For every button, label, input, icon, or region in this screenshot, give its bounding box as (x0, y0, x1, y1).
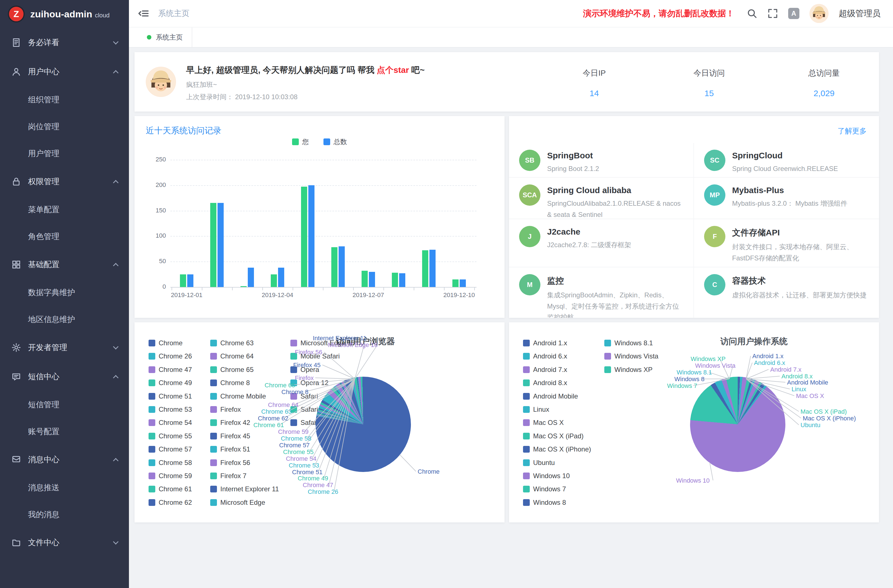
tech-item-springcloud[interactable]: SCSpringCloudSpring Cloud Greenwich.RELE… (694, 143, 879, 178)
legend-swatch (149, 379, 155, 386)
legend-item-chrome-51[interactable]: Chrome 51 (149, 393, 192, 400)
pie-label-mac-os-x-iphone: Mac OS X (iPhone) (803, 415, 856, 422)
legend-item-chrome-26[interactable]: Chrome 26 (149, 352, 192, 360)
app-logo[interactable]: Z zuihou-admin cloud (0, 0, 129, 28)
legend-swatch (210, 419, 217, 426)
legend-item-windows-vista[interactable]: Windows Vista (604, 352, 658, 360)
legend-item-android-8-x[interactable]: Android 8.x (523, 379, 567, 387)
sidebar-group-短信中心[interactable]: 短信中心 (0, 362, 129, 391)
legend-item-chrome-57[interactable]: Chrome 57 (149, 445, 192, 453)
sidebar-item-岗位管理[interactable]: 岗位管理 (0, 113, 129, 140)
search-icon[interactable] (747, 8, 757, 19)
user-avatar[interactable] (809, 4, 828, 23)
tech-grid: SBSpringBootSpring Boot 2.1.2SCSpringClo… (509, 143, 879, 318)
legend-item-chrome-64[interactable]: Chrome 64 (210, 352, 254, 360)
tech-item-j2cache[interactable]: JJ2cacheJ2cache2.7.8: 二级缓存框架 (509, 219, 694, 268)
legend-item-chrome-65[interactable]: Chrome 65 (210, 366, 254, 374)
collapse-menu-icon[interactable] (138, 8, 149, 19)
legend-item-firefox[interactable]: Firefox (210, 406, 241, 414)
legend-item-windows-8[interactable]: Windows 8 (523, 499, 566, 507)
sidebar-item-账号配置[interactable]: 账号配置 (0, 418, 129, 445)
legend-label: Android 7.x (533, 366, 567, 374)
legend-item-mac-os-x-ipad[interactable]: Mac OS X (iPad) (523, 432, 583, 440)
legend-item-mac-os-x[interactable]: Mac OS X (523, 419, 564, 427)
legend-item-microsoft-edge[interactable]: Microsoft Edge (210, 499, 265, 507)
legend-item-chrome-mobile[interactable]: Chrome Mobile (210, 393, 266, 400)
sms-icon (11, 371, 21, 382)
greeting-card: 早上好, 超级管理员, 今天帮别人解决问题了吗 帮我 点个star 吧~ 疯狂加… (135, 52, 879, 111)
learn-more-link[interactable]: 了解更多 (837, 126, 867, 136)
pie-label-chrome-8: Chrome 8 (281, 388, 308, 396)
legend-item-internet-explorer-11[interactable]: Internet Explorer 11 (210, 485, 279, 493)
legend-item-windows-8-1[interactable]: Windows 8.1 (604, 339, 653, 347)
legend-item-chrome-8[interactable]: Chrome 8 (210, 379, 250, 387)
legend-item-ubuntu[interactable]: Ubuntu (523, 459, 555, 467)
sidebar-group-基础配置[interactable]: 基础配置 (0, 250, 129, 279)
bar-2019-12-07-您 (362, 271, 368, 287)
breadcrumb[interactable]: 系统主页 (158, 8, 189, 19)
legend-item-firefox-56[interactable]: Firefox 56 (210, 459, 250, 467)
bar-2019-12-05-您 (301, 186, 307, 287)
sidebar-group-权限管理[interactable]: 权限管理 (0, 167, 129, 196)
tech-title: 文件存储API (732, 227, 869, 239)
sidebar-item-菜单配置[interactable]: 菜单配置 (0, 196, 129, 223)
legend-item-firefox-45[interactable]: Firefox 45 (210, 432, 250, 440)
legend-item-chrome-58[interactable]: Chrome 58 (149, 459, 192, 467)
sidebar-group-开发者管理[interactable]: 开发者管理 (0, 333, 129, 362)
legend-item-firefox-51[interactable]: Firefox 51 (210, 445, 250, 453)
legend-item-chrome-61[interactable]: Chrome 61 (149, 485, 192, 493)
legend-item-chrome-47[interactable]: Chrome 47 (149, 366, 192, 374)
legend-item-chrome-53[interactable]: Chrome 53 (149, 406, 192, 414)
legend-item-linux[interactable]: Linux (523, 406, 549, 414)
legend-item-mac-os-x-iphone[interactable]: Mac OS X (iPhone) (523, 445, 591, 453)
sidebar-sub-label: 岗位管理 (28, 121, 59, 132)
sidebar-group-消息中心[interactable]: 消息中心 (0, 445, 129, 474)
legend-item-chrome-62[interactable]: Chrome 62 (149, 499, 192, 507)
sidebar-item-地区信息维护[interactable]: 地区信息维护 (0, 306, 129, 333)
sidebar-item-角色管理[interactable]: 角色管理 (0, 223, 129, 250)
legend-item-windows-10[interactable]: Windows 10 (523, 472, 570, 480)
tech-item-文件存储api[interactable]: F文件存储API封装文件接口，实现本地存储、阿里云、FastDFS存储的配置化 (694, 219, 879, 268)
legend-item-android-6-x[interactable]: Android 6.x (523, 352, 567, 360)
sidebar-item-用户管理[interactable]: 用户管理 (0, 140, 129, 167)
bar-2019-12-09-您 (422, 250, 428, 287)
sidebar-group-label: 权限管理 (28, 176, 114, 187)
sidebar-group-label: 开发者管理 (28, 342, 114, 353)
sidebar-item-我的消息[interactable]: 我的消息 (0, 501, 129, 528)
legend-item-android-mobile[interactable]: Android Mobile (523, 393, 578, 400)
legend-item-chrome[interactable]: Chrome (149, 339, 182, 347)
sidebar-group-文件中心[interactable]: 文件中心 (0, 528, 129, 557)
sidebar-group-用户中心[interactable]: 用户中心 (0, 57, 129, 86)
legend-item-chrome-55[interactable]: Chrome 55 (149, 432, 192, 440)
tech-item-mybatis-plus[interactable]: MPMybatis-PlusMybatis-plus 3.2.0： Mybati… (694, 178, 879, 219)
tech-item-spring-cloud-alibaba[interactable]: SCASpring Cloud alibabaSpringCloudAlibab… (509, 178, 694, 219)
legend-item-firefox-7[interactable]: Firefox 7 (210, 472, 247, 480)
legend-item-android-1-x[interactable]: Android 1.x (523, 339, 567, 347)
sidebar-item-短信管理[interactable]: 短信管理 (0, 391, 129, 418)
pie-label-chrome-58: Chrome 58 (281, 435, 311, 442)
legend-swatch (149, 340, 155, 346)
tab-system-home[interactable]: 系统主页 (138, 27, 192, 47)
legend-item-chrome-54[interactable]: Chrome 54 (149, 419, 192, 427)
sidebar-item-组织管理[interactable]: 组织管理 (0, 86, 129, 113)
legend-item-android-7-x[interactable]: Android 7.x (523, 366, 567, 374)
tech-item-容器技术[interactable]: C容器技术虚拟化容器技术，让迁移、部署更加方便快捷 (694, 268, 879, 318)
legend-item-windows-7[interactable]: Windows 7 (523, 485, 566, 493)
legend-item-chrome-59[interactable]: Chrome 59 (149, 472, 192, 480)
sidebar-item-数据字典维护[interactable]: 数据字典维护 (0, 279, 129, 306)
star-link[interactable]: 点个star (377, 65, 409, 75)
legend-label: Firefox 42 (220, 419, 250, 427)
legend-label: Chrome 8 (220, 379, 250, 387)
sidebar-group-务必详看[interactable]: 务必详看 (0, 28, 129, 57)
pie-label-microsoft-edge-16: Microsoft Edge 16 (328, 341, 377, 349)
legend-item-chrome-49[interactable]: Chrome 49 (149, 379, 192, 387)
legend-item-windows-xp[interactable]: Windows XP (604, 366, 652, 374)
sidebar-item-消息推送[interactable]: 消息推送 (0, 474, 129, 501)
tech-item-监控[interactable]: M监控集成SpringBootAdmin、Zipkin、Redis、Mysql、… (509, 268, 694, 318)
fullscreen-icon[interactable] (767, 8, 778, 19)
legend-item-chrome-63[interactable]: Chrome 63 (210, 339, 254, 347)
tech-item-springboot[interactable]: SBSpringBootSpring Boot 2.1.2 (509, 143, 694, 178)
charts-row-2: 访问用户浏览器ChromeChrome 26Chrome 47Chrome 49… (135, 322, 879, 522)
legend-item-firefox-42[interactable]: Firefox 42 (210, 419, 250, 427)
font-size-button[interactable]: A (788, 8, 799, 19)
